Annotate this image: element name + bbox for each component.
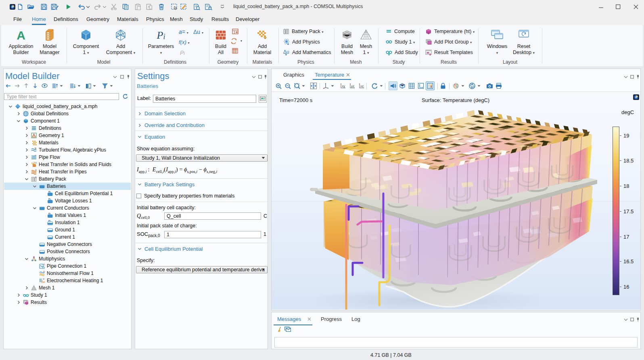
svg-text:xy: xy: [342, 84, 345, 88]
svg-text:Pi: Pi: [157, 29, 165, 41]
svg-text:xz: xz: [360, 84, 364, 88]
svg-text:yz: yz: [351, 84, 354, 88]
svg-text:A: A: [17, 29, 25, 41]
